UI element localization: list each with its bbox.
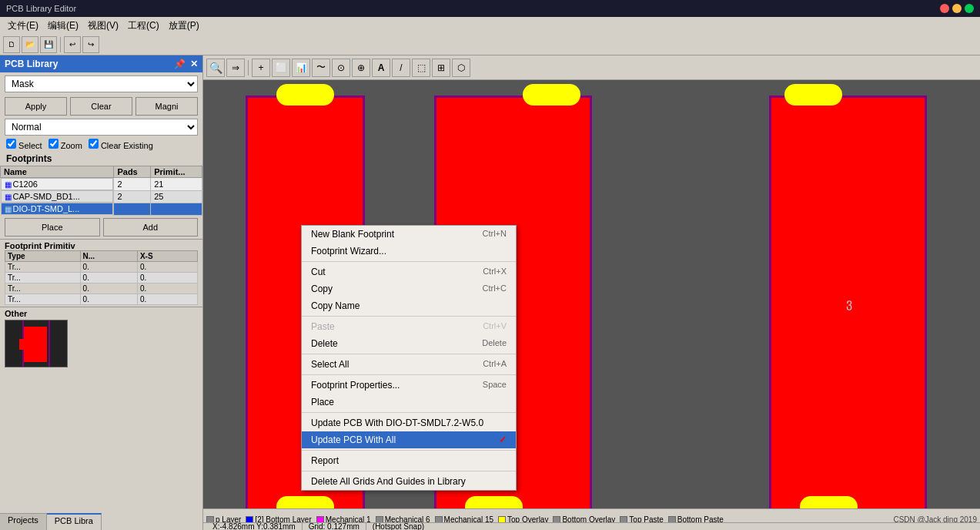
ctx-item-copy-name[interactable]: Copy Name <box>302 297 516 314</box>
prim-col-x: X-S <box>137 250 197 261</box>
toolbar-undo[interactable]: ↩ <box>64 36 81 53</box>
panel-header: PCB Library 📌 ✕ <box>0 55 202 72</box>
toolbar-save[interactable]: 💾 <box>40 36 57 53</box>
select-checkbox-label[interactable]: Select <box>6 139 42 150</box>
ctx-sep-2 <box>302 316 516 317</box>
toolbar-open[interactable]: 📂 <box>22 36 38 53</box>
ctx-item-new-blank[interactable]: New Blank Footprint Ctrl+N <box>302 226 516 243</box>
preview-box <box>5 320 68 367</box>
status-coords: X:-4.826mm Y:0.381mm <box>206 522 303 530</box>
tool-text[interactable]: A <box>372 59 390 77</box>
checkbox-row: Select Zoom Clear Existing <box>0 137 202 152</box>
pad-yellow-2 <box>465 496 523 508</box>
zoom-checkbox-label[interactable]: Zoom <box>48 139 82 150</box>
tab-projects[interactable]: Projects <box>0 513 47 530</box>
preview-right-border <box>48 320 50 367</box>
ctx-item-update-specific[interactable]: Update PCB With DIO-DT-SMDL7.2-W5.0 <box>302 414 516 431</box>
menu-project[interactable]: 工程(C) <box>123 18 164 34</box>
mask-select[interactable]: Mask <box>5 75 198 92</box>
tool-chart[interactable]: 📊 <box>292 59 310 77</box>
menu-edit[interactable]: 编辑(E) <box>43 18 83 34</box>
table-row[interactable]: ▦ CAP-SMD_BD1... 2 25 <box>1 190 202 203</box>
other-section: Other <box>0 307 202 369</box>
apply-button[interactable]: Apply <box>5 97 67 116</box>
tool-add[interactable]: + <box>252 59 270 77</box>
clear-button[interactable]: Clear <box>70 97 132 116</box>
add-button[interactable]: Add <box>103 218 199 236</box>
prim-row[interactable]: Tr... 0. 0. <box>5 261 198 272</box>
pad-yellow-top-2 <box>523 84 580 106</box>
table-row[interactable]: ▦ DIO-DT-SMD_L... <box>1 203 202 215</box>
title-bar: PCB Library Editor <box>0 0 980 17</box>
prim-row[interactable]: Tr... 0. 0. <box>5 294 198 304</box>
ctx-sep-5 <box>302 412 516 413</box>
tool-select[interactable]: ⇒ <box>226 59 245 77</box>
ctx-item-paste[interactable]: Paste Ctrl+V <box>302 318 516 335</box>
ctx-item-copy[interactable]: Copy Ctrl+C <box>302 280 516 297</box>
ctx-item-wizard[interactable]: Footprint Wizard... <box>302 243 516 260</box>
ctx-item-delete[interactable]: Delete Delete <box>302 335 516 352</box>
col-name: Name <box>1 166 114 178</box>
tool-frame[interactable]: ⬚ <box>412 59 430 77</box>
ctx-item-fp-properties[interactable]: Footprint Properties... Space <box>302 377 516 394</box>
tool-box[interactable]: ⊞ <box>432 59 450 77</box>
other-title: Other <box>5 309 198 318</box>
tool-pin[interactable]: ⊕ <box>352 59 370 77</box>
clear-existing-checkbox[interactable] <box>89 139 99 149</box>
tool-filter[interactable]: 🔍 <box>206 59 225 77</box>
main-layout: PCB Library 📌 ✕ Mask Apply Clear Magni N… <box>0 55 980 530</box>
row-icon-1: ▦ <box>5 180 12 189</box>
mask-row: Mask <box>0 72 202 96</box>
footprints-label: Footprints <box>0 152 202 166</box>
status-bar: X:-4.826mm Y:0.381mm Grid: 0.127mm (Hots… <box>203 522 980 530</box>
menu-file[interactable]: 文件(E) <box>3 18 43 34</box>
normal-select[interactable]: Normal <box>5 119 198 136</box>
prim-row[interactable]: Tr... 0. 0. <box>5 272 198 283</box>
separator <box>60 37 61 52</box>
zoom-checkbox[interactable] <box>48 139 59 149</box>
ctx-sep-7 <box>302 471 516 471</box>
tool-pencil[interactable]: / <box>392 59 410 77</box>
app-title: PCB Library Editor <box>6 4 76 13</box>
ctx-sep-6 <box>302 450 516 451</box>
ctx-item-update-all[interactable]: Update PCB With All ✓ <box>302 431 516 448</box>
place-button[interactable]: Place <box>5 218 100 236</box>
ctx-sep-4 <box>302 374 516 375</box>
panel-pin-icon[interactable]: 📌 <box>174 59 186 69</box>
close-btn[interactable] <box>940 4 949 13</box>
ctx-item-delete-grids[interactable]: Delete All Grids And Guides in Library <box>302 473 516 490</box>
tool-target[interactable]: ⊙ <box>332 59 350 77</box>
ctx-sep-3 <box>302 354 516 354</box>
pad-yellow-1 <box>276 496 334 508</box>
clear-existing-checkbox-label[interactable]: Clear Existing <box>89 139 153 150</box>
select-checkbox[interactable] <box>6 139 16 149</box>
panel-close-icon[interactable]: ✕ <box>190 59 198 69</box>
tool-hex[interactable]: ⬡ <box>452 59 470 77</box>
footprint-tbody: ▦ C1206 2 21 ▦ CAP-SMD_BD1... 2 25 <box>1 178 202 216</box>
tool-wave[interactable]: 〜 <box>312 59 330 77</box>
ctx-item-select-all[interactable]: Select All Ctrl+A <box>302 356 516 373</box>
status-snap: (Hotspot Snap) <box>366 522 430 530</box>
ctx-item-place[interactable]: Place <box>302 394 516 411</box>
canvas-toolbar: 🔍 ⇒ + ⬜ 📊 〜 ⊙ ⊕ A / ⬚ ⊞ ⬡ <box>203 55 980 80</box>
normal-select-row: Normal <box>0 117 202 137</box>
tab-pcb-library[interactable]: PCB Libra <box>47 513 102 530</box>
ctx-item-report[interactable]: Report <box>302 452 516 469</box>
table-row[interactable]: ▦ C1206 2 21 <box>1 178 202 191</box>
context-menu: New Blank Footprint Ctrl+N Footprint Wiz… <box>301 225 517 491</box>
ctx-item-cut[interactable]: Cut Ctrl+X <box>302 263 516 280</box>
menu-view[interactable]: 视图(V) <box>83 18 123 34</box>
row-icon-2: ▦ <box>5 193 12 201</box>
maximize-btn[interactable] <box>965 4 974 13</box>
toolbar-redo[interactable]: ↪ <box>82 36 99 53</box>
magni-button[interactable]: Magni <box>135 97 198 116</box>
minimize-btn[interactable] <box>952 4 962 13</box>
preview-pad-left <box>19 339 24 350</box>
tool-rect[interactable]: ⬜ <box>272 59 290 77</box>
toolbar-new[interactable]: 🗋 <box>3 36 20 53</box>
prim-row[interactable]: Tr... 0. 0. <box>5 283 198 294</box>
prim-col-type: Type <box>5 250 81 261</box>
canvas-area: 🔍 ⇒ + ⬜ 📊 〜 ⊙ ⊕ A / ⬚ ⊞ ⬡ ⊛ <box>203 55 980 530</box>
menu-place[interactable]: 放置(P) <box>164 18 204 34</box>
tool-separator-1 <box>248 60 249 75</box>
